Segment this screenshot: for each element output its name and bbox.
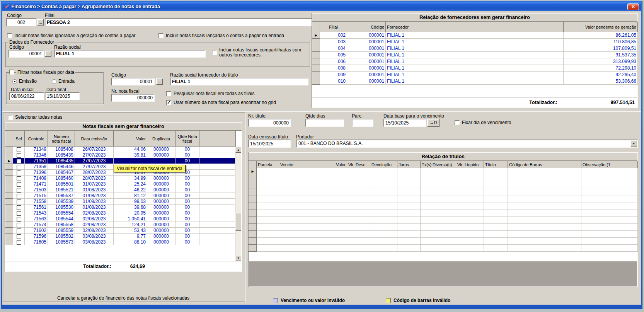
- row-checkbox[interactable]: [17, 147, 21, 152]
- sel-cell[interactable]: [13, 176, 25, 181]
- table-row[interactable]: 71602 1085559 02/08/2023 53,43 000000 00: [5, 228, 236, 234]
- parc-field[interactable]: [352, 119, 373, 127]
- row-checkbox[interactable]: [17, 223, 21, 227]
- data-inicial-field[interactable]: [9, 92, 44, 100]
- scroll-down-button[interactable]: ▼: [235, 255, 241, 261]
- col-controle[interactable]: Controle: [25, 131, 48, 147]
- incluir-lancadas-checkbox[interactable]: [158, 33, 164, 38]
- col-qtde-nota[interactable]: Qtde Nota fiscal: [175, 131, 199, 147]
- sel-cell[interactable]: [13, 228, 25, 234]
- row-checkbox[interactable]: [17, 194, 21, 198]
- table-row[interactable]: 71349 1085408 26/07/2023 44,06 000000 00: [5, 147, 236, 152]
- table-row[interactable]: 009 000001 FILIAL 1 42.295,40: [312, 72, 638, 78]
- table-row[interactable]: [249, 189, 638, 196]
- col-titulo[interactable]: Título: [484, 161, 508, 168]
- table-row[interactable]: 71563 1085544 02/08/2023 1.050,41 000000…: [5, 216, 236, 222]
- table-row[interactable]: 71515 1085537 01/08/2023 81,12 000000 00: [5, 193, 236, 199]
- col-vlr-desc[interactable]: Vlr. Desc: [347, 161, 370, 168]
- table-row[interactable]: ▶ 71351 1085435 27/07/2023 00: [5, 158, 236, 164]
- data-final-field[interactable]: [45, 92, 80, 100]
- table-row[interactable]: ▶ 002 000001 FILIAL 1 86.261,05: [312, 32, 638, 39]
- col-data-emissao[interactable]: Data emissão: [75, 131, 114, 147]
- usar-numero-checkbox[interactable]: ✓: [166, 100, 171, 105]
- row-checkbox[interactable]: [17, 234, 21, 239]
- col-codigo[interactable]: Código: [347, 22, 386, 32]
- row-checkbox[interactable]: [17, 217, 21, 222]
- sel-cell[interactable]: [13, 181, 25, 187]
- sel-cell[interactable]: [13, 210, 25, 216]
- radio-entrada-label[interactable]: Entrada: [58, 78, 75, 84]
- razao-social-field[interactable]: [54, 50, 206, 58]
- filial-field[interactable]: [45, 18, 312, 26]
- row-checkbox[interactable]: [17, 228, 21, 233]
- table-row[interactable]: 71596 1085582 03/08/2023 9,77 000000 00: [5, 234, 236, 239]
- titulo-codigo-field[interactable]: [111, 78, 155, 85]
- data-base-field[interactable]: [383, 119, 426, 127]
- sel-cell[interactable]: [13, 152, 25, 158]
- sel-cell[interactable]: [13, 164, 25, 170]
- qtde-dias-field[interactable]: [305, 119, 344, 127]
- portador-combobox[interactable]: 001 - BANCO DO BRASIL S.A. ▼: [296, 140, 638, 148]
- data-emissao-titulo-field[interactable]: [248, 140, 291, 148]
- row-checkbox[interactable]: [17, 165, 21, 169]
- codigo-field[interactable]: [6, 18, 36, 26]
- col-vencto[interactable]: Vencto: [279, 161, 313, 168]
- usar-numero-label[interactable]: Usar número da nota fiscal para encontra…: [174, 100, 276, 105]
- fornecedor-lookup-button[interactable]: ...: [45, 51, 51, 57]
- filtrar-data-checkbox[interactable]: [9, 70, 14, 75]
- titulo-razao-field[interactable]: [170, 78, 308, 85]
- table-row[interactable]: 71574 1085558 02/08/2023 124,21 000000 0…: [5, 222, 236, 228]
- table-row[interactable]: 005 000001 FILIAL 1 91.537,35: [312, 52, 638, 58]
- col-codigo-barras[interactable]: Código de Barras: [508, 161, 581, 168]
- fixar-dia-checkbox[interactable]: [455, 120, 460, 125]
- sel-cell[interactable]: [13, 216, 25, 222]
- sel-cell[interactable]: [13, 205, 25, 210]
- radio-emissao-label[interactable]: Emissão: [19, 78, 37, 84]
- incluir-ignoradas-label[interactable]: Incluir notas fiscais ignoradas a geraçã…: [14, 33, 136, 38]
- fornecedor-codigo-field[interactable]: [9, 50, 44, 58]
- window-titlebar[interactable]: ✓ Financeiro > Contas a pagar > Agrupame…: [2, 2, 641, 11]
- table-row[interactable]: 71346 1085439 27/07/2023 39,81 000000 00: [5, 152, 236, 158]
- titulo-codigo-lookup-button[interactable]: ...: [156, 78, 163, 85]
- table-row[interactable]: 71409 1085460 28/07/2023 34,99 000000 00: [5, 176, 236, 181]
- selecionar-todas-label[interactable]: Selecionar todas notas: [15, 114, 62, 120]
- table-row[interactable]: 71561 1085530 01/08/2023 39,68 000000 00: [5, 205, 236, 210]
- table-row[interactable]: 71558 1085539 01/08/2023 99,03 000000 00: [5, 199, 236, 205]
- table-row[interactable]: [249, 231, 638, 238]
- col-observacao[interactable]: Observação (1: [581, 161, 638, 168]
- selecionar-todas-checkbox[interactable]: [8, 115, 13, 120]
- col-valor[interactable]: Valor: [313, 161, 347, 168]
- pesquisar-filiais-label[interactable]: Pesquisar nota fiscal em todas as filiai…: [174, 91, 254, 96]
- col-juros[interactable]: Juros: [397, 161, 421, 168]
- scroll-up-button[interactable]: ▲: [235, 147, 241, 153]
- sel-cell[interactable]: [13, 239, 25, 245]
- col-sel[interactable]: Sel: [13, 131, 25, 147]
- fixar-dia-label[interactable]: Fixar dia de vencimento: [462, 120, 511, 125]
- col-parcela[interactable]: Parcela: [257, 161, 279, 168]
- table-row[interactable]: ▶: [249, 168, 638, 175]
- table-row[interactable]: 71605 1085573 03/08/2023 88,10 000000 00: [5, 239, 236, 245]
- sel-cell[interactable]: [13, 147, 25, 152]
- table-row[interactable]: 71543 1085554 02/08/2023 20,95 000000 00: [5, 210, 236, 216]
- col-fornecedor[interactable]: Fornecedor: [386, 22, 564, 32]
- row-checkbox[interactable]: [17, 182, 21, 187]
- table-row[interactable]: [249, 182, 638, 189]
- table-row[interactable]: 006 000001 FILIAL 1 313.099,93: [312, 58, 638, 65]
- date-shift-button[interactable]: →D: [427, 119, 440, 127]
- table-row[interactable]: [249, 217, 638, 224]
- col-numero-nota[interactable]: Número nota fiscal: [48, 131, 75, 147]
- pesquisar-filiais-checkbox[interactable]: [166, 91, 171, 96]
- col-valor-pendente[interactable]: Valor pendente de geração: [564, 22, 638, 32]
- nr-nota-fiscal-field[interactable]: [111, 94, 155, 102]
- table-row[interactable]: 71471 1085501 31/07/2023 25,24 000000 00: [5, 181, 236, 187]
- col-duplicata[interactable]: Duplicata: [147, 131, 175, 147]
- table-row[interactable]: [249, 175, 638, 182]
- sel-cell[interactable]: [13, 199, 25, 205]
- table-row[interactable]: 71503 1085521 01/08/2023 46,22 000000 00: [5, 187, 236, 193]
- incluir-lancadas-label[interactable]: Incluir notas fiscais lançadas o contas …: [166, 33, 284, 38]
- col-valor[interactable]: Valor: [114, 131, 147, 147]
- table-row[interactable]: 010 000001 FILIAL 1 53.306,66: [312, 78, 638, 85]
- table-row[interactable]: 004 000001 FILIAL 1 107.809,51: [312, 45, 638, 52]
- table-row[interactable]: [249, 203, 638, 210]
- table-row[interactable]: [249, 210, 638, 217]
